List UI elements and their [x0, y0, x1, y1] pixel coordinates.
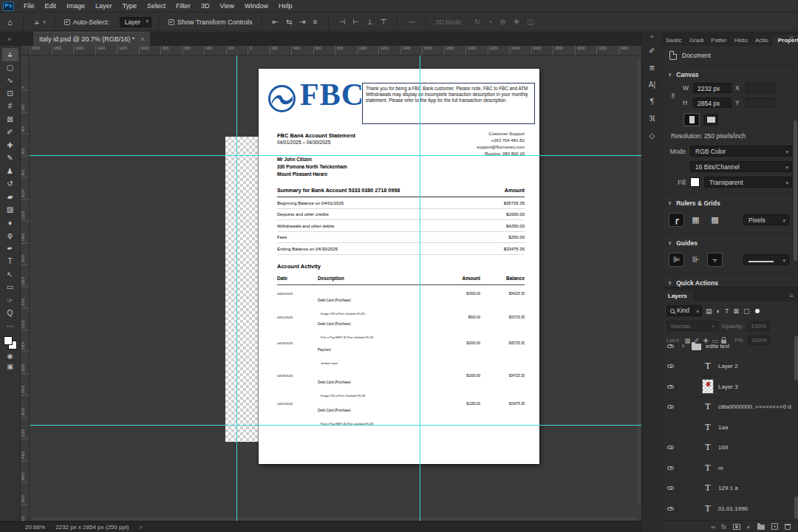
horizontal-ruler[interactable]: 2000180016001400120010008006004002000200… — [30, 46, 641, 55]
move-tool-preset[interactable]: ↔↕ ▾ — [27, 18, 52, 27]
chevron-down-icon[interactable]: ∨ — [668, 200, 672, 206]
visibility-toggle[interactable] — [665, 401, 677, 413]
layer-filter-type-icon[interactable]: ◐ — [717, 307, 720, 315]
distribute-icon[interactable]: ⊢ — [352, 18, 359, 26]
align-icon[interactable]: ⇤ — [273, 18, 279, 26]
document-tab[interactable]: Italy id.psd @ 20.7% (RGB/16) * × — [33, 32, 150, 46]
chevron-down-icon[interactable]: ∨ — [668, 240, 672, 246]
canvas-horizontal-scrollbar[interactable] — [33, 517, 638, 520]
color-mode-dropdown[interactable]: RGB Color — [690, 146, 792, 157]
toggle-grid-icon[interactable]: ▦ — [689, 214, 703, 226]
tool-button[interactable]: ↺ — [2, 177, 18, 191]
delete-layer-icon[interactable] — [785, 524, 791, 530]
tool-button[interactable]: ∿ — [2, 74, 18, 87]
align-icon[interactable]: ⇆ — [286, 18, 292, 26]
zoom-level-field[interactable]: 20.66% — [25, 524, 45, 531]
layer-row[interactable]: ∨ T 1aa — [662, 417, 794, 438]
collapsed-panel-icon[interactable]: A| — [649, 81, 655, 89]
ruler-origin[interactable] — [21, 46, 30, 55]
layer-filter-type-icon[interactable]: ▤ — [706, 307, 712, 315]
canvas-area[interactable]: FBC Thank you for being a FBC Bank custo… — [30, 55, 641, 521]
link-dimensions-icon[interactable]: ∞ — [669, 90, 678, 100]
layer-filter-type-icon[interactable]: ▢ — [743, 307, 750, 315]
panel-tab[interactable]: Swatc — [662, 35, 686, 46]
link-layers-icon[interactable]: ∞ — [711, 523, 715, 531]
properties-scrollbar[interactable] — [794, 120, 797, 261]
tool-button[interactable]: ▢ — [2, 61, 18, 75]
visibility-toggle[interactable] — [665, 361, 677, 372]
portrait-orientation-button[interactable] — [684, 114, 699, 126]
quick-mask-icon[interactable]: ◉ — [7, 352, 13, 360]
adjustment-layer-icon[interactable]: ◐ — [747, 523, 751, 531]
tool-button[interactable]: ✒ — [2, 242, 18, 256]
tool-button[interactable]: ▰ — [2, 191, 18, 204]
collapsed-panel-icon[interactable]: ✐ — [649, 47, 655, 55]
new-group-icon[interactable] — [757, 525, 765, 530]
lock-guides-icon[interactable]: ⊪ — [689, 253, 703, 266]
align-icon[interactable]: ≡ — [313, 18, 318, 26]
menu-item[interactable]: Help — [273, 0, 298, 13]
horizontal-guide[interactable] — [30, 155, 641, 156]
layer-row[interactable]: ∨ T Layer 3 — [662, 377, 794, 398]
visibility-toggle[interactable] — [665, 462, 677, 474]
tool-button[interactable]: ✎ — [2, 151, 18, 165]
visibility-toggle[interactable] — [665, 381, 677, 392]
transparent-layer-region[interactable] — [225, 137, 259, 442]
layer-effects-icon[interactable]: fx — [721, 523, 726, 531]
tool-button[interactable]: ⋯ — [2, 320, 18, 333]
menu-item[interactable]: Layer — [90, 0, 117, 13]
layers-panel-menu-icon[interactable]: ≡ — [790, 292, 798, 301]
tool-button[interactable]: ☞ — [2, 294, 18, 307]
document-page[interactable]: FBC Thank you for being a FBC Bank custo… — [259, 69, 539, 464]
tool-button[interactable]: # — [2, 100, 18, 113]
tool-button[interactable]: Q — [2, 307, 18, 320]
more-options-icon[interactable]: ⋯ — [408, 18, 415, 26]
layer-row[interactable]: ∨ T 169 — [662, 438, 794, 459]
menu-item[interactable]: Filter — [171, 0, 196, 13]
tool-button[interactable]: φ — [2, 229, 18, 242]
layers-scrollbar-thumb[interactable] — [794, 497, 798, 519]
vertical-ruler[interactable]: 0200400600800100012001400160018002000220… — [21, 55, 30, 521]
menu-item[interactable]: Select — [142, 0, 171, 13]
menu-item[interactable]: 3D — [196, 0, 215, 13]
tool-button[interactable]: ✐ — [2, 126, 18, 139]
layer-row[interactable]: ∨ T Layer 2 — [662, 357, 794, 378]
edit-guides-icon[interactable]: ⫟ — [708, 253, 722, 266]
color-swatches[interactable] — [3, 335, 18, 350]
fill-swatch[interactable] — [690, 177, 700, 187]
new-layer-icon[interactable]: + — [771, 523, 778, 530]
layers-tab[interactable]: Layers — [662, 290, 693, 301]
toggle-guides-icon[interactable]: ⊫ — [669, 253, 683, 266]
tool-button[interactable]: ♟ — [2, 165, 18, 178]
panel-tab[interactable]: Actio — [751, 35, 772, 46]
chevron-down-icon[interactable]: ∨ — [668, 280, 672, 286]
home-icon[interactable]: ⌂ — [0, 18, 20, 27]
layer-row[interactable]: ∨ T 129 1 a — [662, 479, 794, 499]
panel-tab[interactable]: Gradi — [686, 35, 708, 46]
screen-mode-icon[interactable]: ▣ — [7, 363, 13, 370]
menu-item[interactable]: View — [215, 0, 239, 13]
auto-select-checkbox[interactable]: ✓Auto-Select: — [58, 18, 115, 26]
panel-tab[interactable]: Histo — [731, 35, 751, 46]
tool-button[interactable]: T — [2, 255, 18, 268]
distribute-icon[interactable]: ⊤ — [381, 18, 387, 26]
tool-button[interactable]: ⊡ — [2, 87, 18, 100]
collapsed-panel-icon[interactable]: ℜ — [649, 115, 655, 123]
align-icon[interactable]: ⇥ — [299, 18, 305, 26]
distribute-icon[interactable]: ⊥ — [366, 18, 373, 26]
menu-item[interactable]: Type — [117, 0, 143, 13]
guide-style-dropdown[interactable] — [743, 254, 789, 265]
layer-row[interactable]: ∨ T m — [662, 458, 794, 479]
menu-item[interactable]: File — [18, 0, 40, 13]
tool-button[interactable]: ▭ — [2, 281, 18, 294]
layers-scrollbar[interactable] — [794, 336, 798, 381]
close-tab-icon[interactable]: × — [140, 35, 144, 43]
collapsed-panel-icon[interactable]: ≣ — [649, 64, 655, 72]
chevron-down-icon[interactable]: ∨ — [668, 72, 672, 78]
add-mask-icon[interactable] — [733, 524, 740, 530]
tool-button[interactable]: ▨ — [2, 203, 18, 216]
tool-button[interactable]: ↖ — [2, 268, 18, 282]
bit-depth-dropdown[interactable]: 16 Bits/Channel — [690, 161, 792, 172]
toggle-rulers-icon[interactable]: ┏ — [669, 214, 683, 226]
toggle-pixel-grid-icon[interactable]: ▩ — [708, 214, 722, 226]
